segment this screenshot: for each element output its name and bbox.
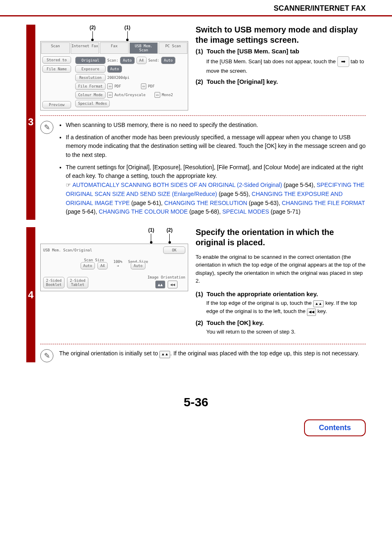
tab-pc-scan[interactable]: PC Scan bbox=[159, 42, 187, 54]
step-4: 4 (1) (2) USB Mem. Scan/Original OK bbox=[26, 227, 366, 363]
s3-1-body: If the [USB Mem. Scan] tab does not appe… bbox=[206, 56, 366, 75]
file-name-button[interactable]: File Name bbox=[42, 65, 71, 73]
header-bar: SCANNER/INTERNET FAX bbox=[0, 0, 392, 16]
exposure-key[interactable]: Exposure bbox=[75, 65, 106, 73]
orientation-up-icon: ▲▲ bbox=[313, 300, 324, 308]
send-auto[interactable]: Auto bbox=[161, 57, 176, 64]
divider-4 bbox=[40, 344, 366, 344]
s3-1-label: (1) bbox=[196, 48, 203, 55]
tab-fax[interactable]: Fax bbox=[100, 42, 129, 54]
orientation-up-key[interactable]: ▲▲ bbox=[155, 281, 165, 288]
resolution-key[interactable]: Resolution bbox=[75, 74, 106, 81]
scan-a4[interactable]: A4 bbox=[136, 57, 147, 64]
step-number-4: 4 bbox=[26, 227, 35, 363]
preview-button[interactable]: Preview bbox=[42, 101, 71, 108]
exposure-auto[interactable]: Auto bbox=[107, 65, 122, 73]
step4-note: The original orientation is initially se… bbox=[59, 349, 366, 358]
divider bbox=[40, 115, 366, 116]
fileformat-key[interactable]: File Format bbox=[75, 83, 106, 90]
send-auto[interactable]: Auto bbox=[131, 262, 145, 269]
link-2sided[interactable]: AUTOMATICALLY SCANNING BOTH SIDES OF AN … bbox=[72, 182, 282, 188]
scan-auto[interactable]: Auto bbox=[81, 262, 95, 269]
callout-2: (2) bbox=[90, 25, 96, 41]
pdf-icon-2: ▭ bbox=[141, 83, 146, 89]
note-b3: The current settings for [Original], [Ex… bbox=[66, 163, 366, 216]
ok-button[interactable]: OK bbox=[163, 246, 185, 254]
s4-1-body: If the top edge of the original is up, t… bbox=[206, 299, 366, 316]
link-resolution[interactable]: CHANGING THE RESOLUTION bbox=[164, 200, 247, 206]
s4-2-body: You will return to the screen of step 3. bbox=[206, 328, 366, 336]
tab-scan[interactable]: Scan bbox=[41, 42, 70, 54]
step3-title: Switch to USB memory mode and display th… bbox=[196, 25, 366, 45]
callout-1: (1) bbox=[125, 25, 131, 41]
settings-screen: Scan Internet Fax Fax USB Mem. Scan PC S… bbox=[40, 41, 188, 111]
link-special[interactable]: SPECIAL MODES bbox=[222, 208, 269, 215]
send-label: Send: bbox=[148, 58, 159, 62]
orientation-up-icon-note: ▲▲ bbox=[159, 351, 170, 358]
s3-1: Touch the [USB Mem. Scan] tab bbox=[207, 48, 300, 55]
booklet-button[interactable]: 2-Sided Booklet bbox=[43, 277, 65, 288]
s3-2-label: (2) bbox=[196, 78, 203, 85]
colour-mono: Mono2 bbox=[162, 93, 173, 97]
note-icon-4: ✎ bbox=[40, 349, 53, 362]
scan-auto[interactable]: Auto bbox=[120, 57, 135, 64]
mode-tabs: Scan Internet Fax Fax USB Mem. Scan PC S… bbox=[41, 41, 188, 55]
special-key[interactable]: Special Modes bbox=[75, 100, 110, 107]
tab-usb-mem-scan[interactable]: USB Mem. Scan bbox=[129, 42, 158, 54]
link-fileformat[interactable]: CHANGING THE FILE FORMAT bbox=[282, 200, 365, 206]
scan-a4[interactable]: A4 bbox=[97, 262, 108, 269]
screen-title: USB Mem. Scan/Original bbox=[43, 248, 92, 252]
s3-2: Touch the [Original] key. bbox=[207, 78, 278, 85]
link-colour[interactable]: CHANGING THE COLOUR MODE bbox=[99, 208, 188, 215]
image-orientation-label: Image Orientation bbox=[148, 275, 185, 279]
original-key[interactable]: Original bbox=[75, 57, 106, 64]
orientation-left-icon: ◀◀ bbox=[307, 309, 316, 316]
resolution-value: 200X200dpi bbox=[107, 76, 129, 80]
pdf-2: PDF bbox=[148, 84, 154, 88]
callout-4-1: (1) bbox=[148, 227, 154, 244]
header-title: SCANNER/INTERNET FAX bbox=[0, 4, 366, 13]
step-number-3: 3 bbox=[26, 25, 35, 220]
pct-label: 100% bbox=[113, 260, 122, 264]
s4-1-label: (1) bbox=[196, 290, 203, 297]
stored-to-button[interactable]: Stored to bbox=[42, 56, 71, 64]
callout-4-2: (2) bbox=[166, 227, 173, 244]
step3-notes: When scanning to USB memory, there is no… bbox=[59, 121, 366, 216]
note-b2: If a destination of another mode has bee… bbox=[66, 133, 366, 160]
orientation-left-key[interactable]: ◀◀ bbox=[168, 281, 178, 288]
scan-label: Scan: bbox=[107, 58, 118, 62]
colour-icon: ▭ bbox=[107, 92, 113, 98]
step-3: 3 (2) (1) Scan bbox=[26, 25, 366, 220]
colour-auto: Auto/Greyscale bbox=[114, 93, 145, 97]
step4-intro: To enable the original to be scanned in … bbox=[196, 253, 366, 285]
s4-1: Touch the appropriate orientation key. bbox=[207, 290, 318, 297]
arrow-tab-icon[interactable]: ➡ bbox=[337, 56, 349, 67]
s4-2-label: (2) bbox=[196, 319, 203, 326]
note-b1: When scanning to USB memory, there is no… bbox=[66, 121, 366, 130]
note-icon: ✎ bbox=[40, 121, 53, 134]
pdf-icon: ▭ bbox=[107, 83, 113, 89]
pdf-1: PDF bbox=[114, 84, 121, 88]
contents-button[interactable]: Contents bbox=[304, 419, 366, 436]
tablet-button[interactable]: 2-Sided Tablet bbox=[67, 277, 88, 288]
scan-size-label: Scan Size bbox=[81, 258, 108, 262]
page-number: 5-36 bbox=[0, 395, 392, 409]
mono-icon: ▭ bbox=[154, 92, 160, 98]
colour-key[interactable]: Colour Mode bbox=[75, 91, 106, 99]
hand-icon: ☞ bbox=[66, 182, 71, 188]
original-screen: USB Mem. Scan/Original OK Scan Size Auto… bbox=[40, 244, 188, 291]
arrow-icon: ➔ bbox=[113, 264, 122, 268]
tab-ifax[interactable]: Internet Fax bbox=[71, 42, 99, 54]
page-body: 3 (2) (1) Scan bbox=[0, 16, 392, 362]
s4-2: Touch the [OK] key. bbox=[207, 319, 264, 326]
step4-title: Specify the orientation in which the ori… bbox=[196, 227, 366, 248]
